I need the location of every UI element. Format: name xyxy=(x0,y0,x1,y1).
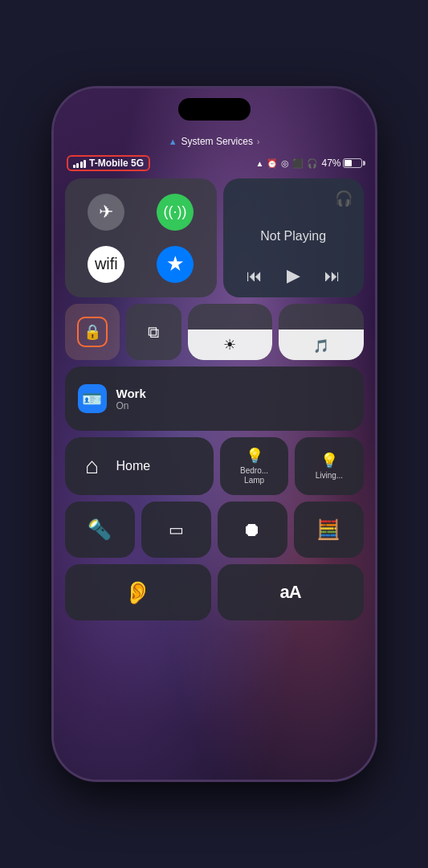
fast-forward-button[interactable]: ⏭ xyxy=(324,267,340,285)
wifi-button[interactable]: wifi xyxy=(88,246,124,283)
brightness-icon: ☀ xyxy=(223,336,236,354)
calculator-icon: 🧮 xyxy=(316,518,340,541)
rewind-button[interactable]: ⏮ xyxy=(247,267,263,285)
phone-frame: ▲ System Services › T-Mobile 5G ▲ ⏰ ◎ xyxy=(54,88,375,780)
airplane-icon: ✈ xyxy=(99,202,113,223)
bedroom-lamp-icon: 💡 xyxy=(246,447,263,465)
focus-status-icon: ◎ xyxy=(281,158,289,169)
calculator-button[interactable]: 🧮 xyxy=(294,502,364,558)
battery-widget-icon: ▭ xyxy=(169,520,184,539)
system-services-label[interactable]: System Services xyxy=(181,136,253,147)
airplane-mode-button[interactable]: ✈ xyxy=(88,194,124,231)
hearing-icon: 👂 xyxy=(124,579,152,606)
focus-sublabel: On xyxy=(116,400,146,411)
alarm-icon: ⏰ xyxy=(267,158,278,169)
row-connectivity-nowplaying: ✈ ((·)) wifi ★ 🎧 xyxy=(65,178,364,297)
status-right: ▲ ⏰ ◎ ⬛ 🎧 47% xyxy=(256,158,362,169)
dynamic-island xyxy=(178,98,251,121)
status-bar: ▲ System Services › xyxy=(54,130,375,153)
bedroom-lamp-label: Bedro...Lamp xyxy=(240,466,268,485)
connectivity-panel: ✈ ((·)) wifi ★ xyxy=(65,178,217,297)
house-icon: ⌂ xyxy=(85,453,99,479)
text-size-icon: aA xyxy=(279,582,300,603)
screen-mirror-button[interactable]: ⧉ xyxy=(126,304,181,360)
bluetooth-button[interactable]: ★ xyxy=(157,246,194,283)
carrier-bar: T-Mobile 5G ▲ ⏰ ◎ ⬛ 🎧 47% xyxy=(54,154,375,172)
bluetooth-icon: ★ xyxy=(167,254,183,275)
focus-button[interactable]: 🪪 Work On xyxy=(65,366,364,431)
signal-bar-2 xyxy=(76,163,79,168)
location-status-icon: ▲ xyxy=(256,159,264,168)
battery-icon xyxy=(343,158,362,168)
cellular-button[interactable]: ((·)) xyxy=(157,194,194,231)
airpods-icon: 🎧 xyxy=(335,190,353,207)
screen-record-button[interactable]: ⏺ xyxy=(218,502,287,558)
mirror-icon: ⧉ xyxy=(148,323,159,342)
volume-slider[interactable]: 🎵 xyxy=(279,304,363,360)
home-button[interactable]: ⌂ Home xyxy=(65,437,214,495)
wifi-icon: wifi xyxy=(95,255,118,273)
signal-bar-4 xyxy=(84,160,86,168)
lock-symbol: 🔒 xyxy=(84,323,101,341)
battery-widget-button[interactable]: ▭ xyxy=(141,502,211,558)
location-icon: ▲ xyxy=(169,137,177,146)
chevron-icon: › xyxy=(257,137,259,146)
flashlight-icon: 🔦 xyxy=(88,518,112,541)
signal-bar-3 xyxy=(80,162,83,168)
carrier-name: T-Mobile 5G xyxy=(89,158,144,169)
screen-lock-icon: 🔒 xyxy=(77,317,108,347)
focus-label: Work xyxy=(116,387,146,400)
battery-container: 47% xyxy=(321,158,361,169)
carrier-info: T-Mobile 5G xyxy=(67,155,151,171)
text-size-button[interactable]: aA xyxy=(218,564,364,620)
phone-screen: ▲ System Services › T-Mobile 5G ▲ ⏰ ◎ xyxy=(54,88,375,780)
badge-icon: 🪪 xyxy=(82,389,102,408)
screen-record-icon: ⏺ xyxy=(243,518,262,541)
control-center: ✈ ((·)) wifi ★ 🎧 xyxy=(65,178,364,755)
battery-percent: 47% xyxy=(321,158,340,169)
row-lock-mirror: 🔒 ⧉ ☀ 🎵 xyxy=(65,304,364,360)
row-focus: 🪪 Work On xyxy=(65,366,364,431)
home-icon: ⌂ xyxy=(78,452,107,481)
living-room-button[interactable]: 💡 Living... xyxy=(295,437,363,495)
row-bottom-controls: 🔦 ▭ ⏺ 🧮 xyxy=(65,502,364,558)
living-room-label: Living... xyxy=(316,471,343,481)
brightness-slider[interactable]: ☀ xyxy=(188,304,272,360)
hearing-button[interactable]: 👂 xyxy=(65,564,211,620)
row-accessibility: 👂 aA xyxy=(65,564,364,620)
bedroom-lamp-button[interactable]: 💡 Bedro...Lamp xyxy=(220,437,288,495)
signal-bar-1 xyxy=(73,165,75,168)
screen-lock-button[interactable]: 🔒 xyxy=(65,304,120,360)
now-playing-panel[interactable]: 🎧 Not Playing ⏮ ▶ ⏭ xyxy=(223,178,364,297)
volume-icon: 🎵 xyxy=(313,338,329,354)
headphone-icon: 🎧 xyxy=(307,158,318,169)
storage-icon: ⬛ xyxy=(292,158,304,169)
not-playing-label: Not Playing xyxy=(234,229,353,244)
battery-fill xyxy=(344,160,352,166)
focus-text: Work On xyxy=(116,387,146,411)
home-label: Home xyxy=(116,459,151,473)
living-room-icon: 💡 xyxy=(320,452,338,469)
cellular-icon: ((·)) xyxy=(163,203,186,220)
focus-icon: 🪪 xyxy=(78,384,107,413)
media-controls: ⏮ ▶ ⏭ xyxy=(234,265,353,286)
play-button[interactable]: ▶ xyxy=(287,265,300,286)
signal-bars xyxy=(73,158,87,168)
row-home: ⌂ Home 💡 Bedro...Lamp 💡 Living... xyxy=(65,437,364,495)
flashlight-button[interactable]: 🔦 xyxy=(65,502,135,558)
